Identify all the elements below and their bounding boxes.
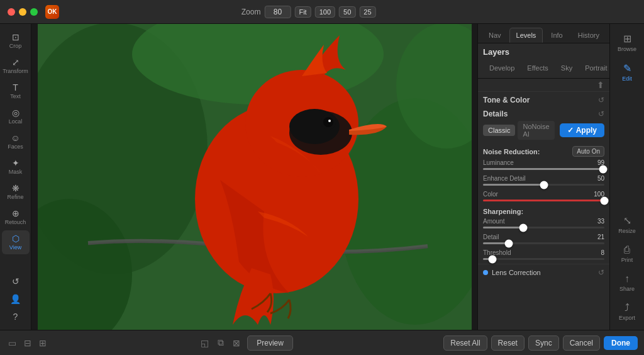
histogram-icon[interactable]: ⊠: [231, 336, 242, 350]
minimize-button[interactable]: [19, 8, 26, 16]
grid-icon[interactable]: ⊞: [37, 336, 48, 350]
noise-reduction-row: Noise Reduction: Auto On: [478, 144, 609, 158]
tab-history[interactable]: History: [571, 28, 606, 43]
tool-crop[interactable]: ⊡ Crop: [2, 29, 30, 53]
upload-icon[interactable]: ⬆: [597, 80, 604, 90]
tab-nonoise[interactable]: NoNoise AI: [518, 121, 554, 140]
noise-reduction-label: Noise Reduction:: [483, 148, 540, 155]
bottom-center: ◱ ⧉ ⊠ Preview: [53, 335, 438, 351]
share-label: Share: [619, 286, 635, 292]
photo-canvas: [38, 24, 472, 330]
done-button[interactable]: Done: [604, 336, 638, 350]
sharpening-label: Sharpening:: [483, 208, 523, 215]
tool-faces[interactable]: ☺ Faces: [2, 130, 30, 154]
svg-point-11: [323, 117, 333, 127]
details-reset[interactable]: ↺: [598, 110, 604, 118]
filmstrip-icon[interactable]: ⊟: [22, 336, 33, 350]
sidebar-item-print[interactable]: ⎙ Print: [611, 240, 643, 267]
preview-button[interactable]: Preview: [247, 335, 293, 351]
retouch-icon: ⊕: [12, 209, 19, 218]
detail-value: 21: [597, 234, 604, 240]
panel-toggle-icon[interactable]: ▭: [6, 336, 18, 350]
fullscreen-button[interactable]: [30, 8, 38, 16]
layers-heading: Layers: [478, 43, 609, 58]
help-icon: ?: [13, 312, 18, 321]
color-track[interactable]: [483, 200, 604, 201]
enhance-detail-label: Enhance Detail: [483, 175, 526, 182]
zoom-fit-button[interactable]: Fit: [294, 6, 311, 18]
threshold-slider-row: Threshold 8: [478, 248, 609, 264]
export-icon: ⤴: [625, 302, 630, 313]
lens-correction-reset[interactable]: ↺: [598, 268, 604, 277]
luminance-label-row: Luminance 99: [483, 159, 604, 166]
traffic-lights: [8, 8, 38, 16]
tab-levels[interactable]: Levels: [509, 28, 543, 43]
luminance-track[interactable]: [483, 168, 604, 170]
sync-button[interactable]: Sync: [528, 335, 559, 351]
share-icon: ↑: [625, 273, 630, 285]
sidebar-item-share[interactable]: ↑ Share: [611, 269, 643, 296]
tool-retouch[interactable]: ⊕ Retouch: [2, 205, 30, 229]
transform-icon: ⤢: [12, 58, 19, 67]
threshold-track[interactable]: [483, 258, 604, 260]
bottom-bar: ▭ ⊟ ⊞ ◱ ⧉ ⊠ Preview Reset All Reset Sync…: [0, 330, 644, 355]
tool-refine[interactable]: ❋ Refine: [2, 180, 30, 204]
detail-label-row: Detail 21: [483, 234, 604, 240]
mode-sky[interactable]: Sky: [555, 62, 579, 74]
bird-image: [38, 24, 472, 330]
apply-button[interactable]: ✓ Apply: [560, 123, 604, 137]
enhance-detail-track[interactable]: [483, 184, 604, 186]
enhance-detail-slider-row: Enhance Detail 50: [478, 174, 609, 189]
reset-button[interactable]: Reset: [491, 335, 525, 351]
tab-classic[interactable]: Classic: [483, 125, 515, 136]
tool-person[interactable]: 👤: [2, 291, 30, 307]
tool-rotate-left[interactable]: ↺: [2, 273, 30, 290]
print-label: Print: [621, 257, 633, 263]
threshold-label: Threshold: [483, 249, 511, 256]
tone-color-reset[interactable]: ↺: [598, 96, 604, 104]
tool-text[interactable]: T Text: [2, 79, 30, 103]
close-button[interactable]: [8, 8, 15, 16]
crop-icon: ⊡: [12, 33, 19, 42]
view-icon: ⬡: [12, 234, 19, 243]
zoom-25-button[interactable]: 25: [359, 6, 375, 18]
panel-content: ⬆ Tone & Color ↺ Details ↺ Classic NoNoi…: [478, 79, 609, 330]
browse-icon: ⊞: [623, 33, 631, 45]
overlay-icon[interactable]: ⧉: [216, 335, 226, 350]
canvas-area: [31, 24, 477, 330]
tool-local[interactable]: ◎ Local: [2, 104, 30, 128]
zoom-input[interactable]: [264, 6, 291, 18]
tool-transform[interactable]: ⤢ Transform: [2, 54, 30, 78]
sidebar-item-browse[interactable]: ⊞ Browse: [611, 29, 643, 56]
apply-label: Apply: [576, 126, 597, 135]
zoom-controls: Zoom Fit 100 50 25: [242, 6, 376, 18]
detail-track[interactable]: [483, 242, 604, 244]
retouch-label: Retouch: [5, 219, 26, 225]
threshold-label-row: Threshold 8: [483, 249, 604, 256]
tab-info[interactable]: Info: [544, 28, 569, 43]
mode-develop[interactable]: Develop: [483, 62, 521, 74]
tool-view[interactable]: ⬡ View: [2, 230, 30, 254]
tone-color-section: Tone & Color ↺: [478, 91, 609, 107]
mode-effects[interactable]: Effects: [521, 62, 554, 74]
sidebar-item-export[interactable]: ⤴ Export: [611, 298, 643, 325]
text-label: Text: [10, 93, 21, 99]
tool-help[interactable]: ?: [2, 308, 30, 325]
tool-mask[interactable]: ✦ Mask: [2, 155, 30, 179]
auto-on-button[interactable]: Auto On: [572, 146, 604, 157]
edit-icon: ✎: [623, 62, 631, 74]
detail-label: Detail: [483, 234, 499, 240]
sidebar-item-resize[interactable]: ⤡ Resize: [611, 211, 643, 238]
tab-nav[interactable]: Nav: [482, 28, 508, 43]
sidebar-item-edit[interactable]: ✎ Edit: [611, 59, 643, 86]
cancel-button[interactable]: Cancel: [563, 335, 600, 351]
panel-tabs: Nav Levels Info History: [478, 24, 609, 43]
checkmark-icon: ✓: [567, 126, 574, 135]
zoom-100-button[interactable]: 100: [315, 6, 335, 18]
compare-icon[interactable]: ◱: [199, 336, 211, 350]
reset-all-button[interactable]: Reset All: [443, 335, 487, 351]
zoom-50-button[interactable]: 50: [339, 6, 355, 18]
amount-track[interactable]: [483, 227, 604, 228]
bottom-left: ▭ ⊟ ⊞: [6, 336, 48, 350]
mode-portrait[interactable]: Portrait: [579, 62, 609, 74]
